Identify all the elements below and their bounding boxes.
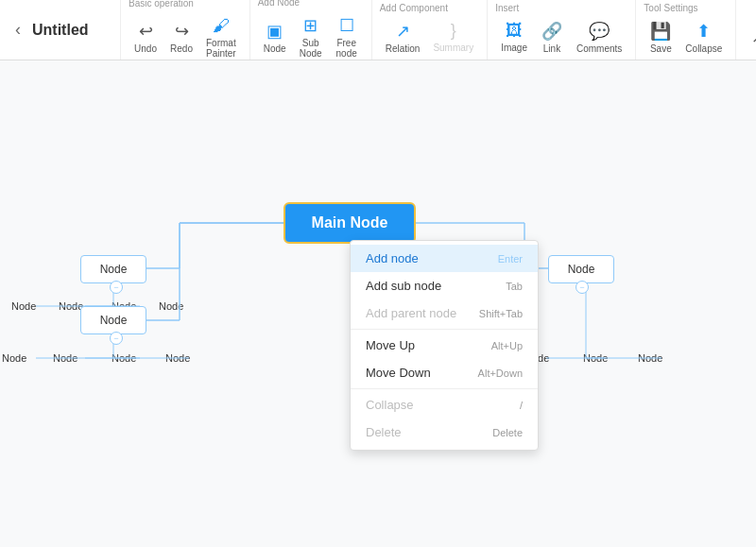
tool-settings-items: 💾 Save ⬆ Collapse [644, 17, 728, 58]
summary-icon: } [451, 21, 456, 41]
free-node-label: Free node [335, 38, 358, 59]
node-l2-12[interactable]: Node [638, 349, 662, 366]
ctx-divider-2 [351, 388, 538, 389]
comments-icon: 💬 [589, 21, 610, 42]
ctx-delete-shortcut: Delete [492, 427, 523, 438]
ctx-add-sub-node-shortcut: Tab [506, 281, 523, 292]
node-l2-11-label: Node [583, 352, 608, 364]
ctx-add-sub-node[interactable]: Add sub node Tab [351, 272, 538, 299]
sub-node-icon: ⊞ [303, 15, 318, 36]
node-l2-7[interactable]: Node [112, 349, 136, 366]
basic-operation-label: Basic operation [129, 0, 194, 9]
basic-operation-items: ↩ Undo ↪ Redo 🖌 Format Painter [129, 12, 242, 62]
canvas: Main Node Node − Node − Node − Node Node… [0, 60, 756, 547]
image-icon: 🖼 [506, 21, 523, 41]
save-label: Save [650, 43, 672, 54]
node-button[interactable]: ▣ Node [258, 17, 292, 58]
save-button[interactable]: 💾 Save [644, 17, 678, 58]
ctx-move-down-shortcut: Alt+Down [478, 368, 523, 379]
redo-icon: ↪ [175, 21, 189, 42]
node-l1-left1-label: Node [100, 263, 128, 276]
node-l2-1-label: Node [11, 300, 36, 312]
ctx-add-parent-node-shortcut: Shift+Tab [479, 308, 523, 319]
ctx-move-up-shortcut: Alt+Up [491, 340, 523, 351]
relation-icon: ↗ [396, 21, 410, 42]
add-node-label: Add Node [258, 0, 300, 8]
node-l2-6-label: Node [53, 352, 77, 364]
node-l2-4-label: Node [159, 300, 183, 312]
context-menu: Add node Enter Add sub node Tab Add pare… [350, 240, 539, 451]
sub-node-label: Sub Node [300, 38, 322, 59]
collapse-label: Collapse [685, 43, 722, 54]
undo-button[interactable]: ↩ Undo [129, 17, 163, 58]
ctx-add-sub-node-label: Add sub node [366, 279, 441, 293]
add-component-label: Add Component [380, 3, 448, 13]
summary-label: Summary [433, 43, 473, 53]
add-component-items: ↗ Relation } Summary [380, 17, 480, 58]
main-node-label: Main Node [312, 214, 388, 231]
save-icon: 💾 [650, 21, 671, 42]
node-l2-5-label: Node [2, 352, 26, 364]
node-l1-right1-label: Node [568, 263, 595, 276]
ctx-add-node-label: Add node [366, 251, 419, 265]
toolbar-left: ‹ Untitled [8, 0, 121, 60]
back-button[interactable]: ‹ [8, 16, 28, 43]
collapse-l1-left2[interactable]: − [110, 332, 123, 345]
undo-icon: ↩ [139, 21, 153, 42]
ctx-move-down[interactable]: Move Down Alt+Down [351, 359, 538, 386]
node-l1-left2[interactable]: Node [80, 306, 146, 334]
node-l1-right1[interactable]: Node [548, 255, 614, 283]
toolbar-group-share: ↗ Share [736, 0, 756, 60]
redo-button[interactable]: ↪ Redo [164, 17, 198, 58]
ctx-move-up[interactable]: Move Up Alt+Up [351, 332, 538, 359]
ctx-add-node[interactable]: Add node Enter [351, 245, 538, 272]
node-icon: ▣ [266, 21, 283, 42]
link-icon: 🔗 [541, 21, 562, 42]
collapse-l1-left1[interactable]: − [110, 281, 123, 294]
collapse-icon: ⬆ [696, 21, 711, 42]
share-group-label [744, 10, 747, 21]
ctx-collapse: Collapse / [351, 391, 538, 419]
ctx-delete-label: Delete [366, 425, 402, 439]
share-icon: ↗ [751, 28, 756, 46]
node-l2-7-label: Node [112, 352, 136, 364]
toolbar-group-add-component: Add Component ↗ Relation } Summary [372, 0, 489, 60]
node-label: Node [264, 43, 286, 54]
image-label: Image [501, 43, 527, 53]
collapse-l1-right1[interactable]: − [576, 281, 589, 294]
link-button[interactable]: 🔗 Link [535, 17, 569, 58]
format-painter-button[interactable]: 🖌 Format Painter [200, 12, 242, 62]
share-button[interactable]: ↗ Share [744, 25, 756, 50]
ctx-add-node-shortcut: Enter [498, 253, 523, 265]
node-l1-left1[interactable]: Node [80, 255, 146, 283]
link-label: Link [543, 43, 560, 54]
collapse-button[interactable]: ⬆ Collapse [679, 17, 728, 58]
redo-label: Redo [170, 43, 193, 54]
node-l2-1[interactable]: Node [11, 297, 36, 314]
format-painter-label: Format Painter [206, 38, 236, 59]
ctx-move-down-label: Move Down [366, 366, 431, 380]
comments-button[interactable]: 💬 Comments [571, 17, 627, 58]
undo-label: Undo [134, 43, 157, 54]
toolbar-groups: Basic operation ↩ Undo ↪ Redo 🖌 Format P… [121, 0, 756, 60]
free-node-button[interactable]: ☐ Free node [330, 11, 364, 62]
add-node-items: ▣ Node ⊞ Sub Node ☐ Free node [258, 11, 364, 62]
node-l2-6[interactable]: Node [53, 349, 77, 366]
toolbar-group-add-node: Add Node ▣ Node ⊞ Sub Node ☐ Free node [250, 0, 372, 60]
sub-node-button[interactable]: ⊞ Sub Node [294, 11, 328, 62]
main-node[interactable]: Main Node [284, 202, 416, 244]
summary-button[interactable]: } Summary [427, 17, 479, 57]
app-title: Untitled [32, 22, 89, 39]
node-l2-4[interactable]: Node [159, 297, 183, 314]
format-painter-icon: 🖌 [213, 16, 230, 36]
ctx-delete: Delete Delete [351, 419, 538, 446]
relation-button[interactable]: ↗ Relation [380, 17, 426, 58]
ctx-collapse-shortcut: / [520, 400, 523, 411]
node-l2-11[interactable]: Node [583, 349, 608, 366]
image-button[interactable]: 🖼 Image [495, 17, 533, 57]
toolbar-group-tool-settings: Tool Settings 💾 Save ⬆ Collapse [636, 0, 736, 60]
share-items: ↗ Share [744, 25, 756, 50]
relation-label: Relation [386, 43, 421, 54]
node-l2-8[interactable]: Node [165, 349, 190, 366]
node-l2-5[interactable]: Node [2, 349, 26, 366]
